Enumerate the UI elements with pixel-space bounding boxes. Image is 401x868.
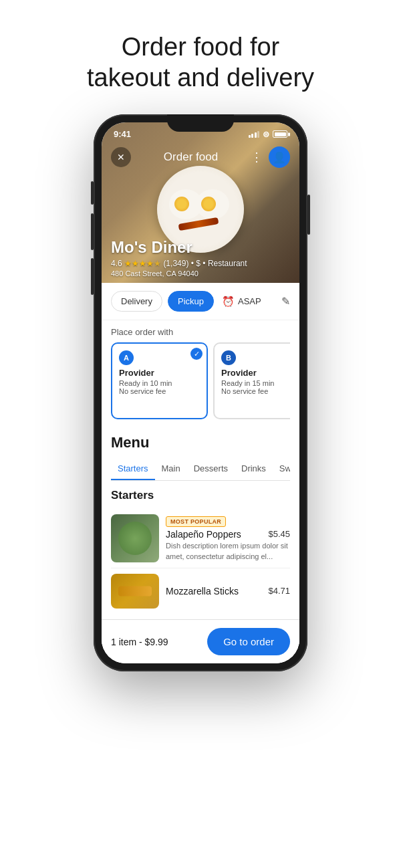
menu-tabs: Starters Main Desserts Drinks Sweets & T… [111, 458, 290, 481]
provider-card-2[interactable]: B Provider Ready in 15 min No service fe… [213, 342, 290, 419]
menu-section: Menu Starters Main Desserts Drinks Sweet… [102, 426, 299, 481]
item-details-2: Mozzarella Sticks $4.71 [166, 586, 290, 596]
category-title-starters: Starters [111, 489, 290, 502]
item-name-row-1: Jalapeño Poppers $5.45 [166, 529, 290, 540]
provider-section: Place order with ✓ A Provider Ready in 1… [102, 320, 299, 426]
top-nav: ✕ Order food ⋮ 👤 [102, 142, 299, 172]
rating-value: 4.6 [111, 259, 122, 268]
starters-section: Starters MOST POPULAR Jalapeño Poppers $… [102, 481, 299, 619]
provider-fee-1: No service fee [119, 387, 200, 395]
bottom-bar: 1 item - $9.99 Go to order [102, 619, 299, 663]
delivery-tab[interactable]: Delivery [111, 291, 162, 312]
signal-icon [249, 131, 260, 138]
status-time: 9:41 [114, 129, 131, 139]
go-to-order-button[interactable]: Go to order [207, 628, 290, 655]
phone-screen: 9:41 ⊜ [102, 122, 299, 663]
time-section: ⏰ ASAP [222, 296, 261, 308]
item-image-1 [111, 514, 159, 562]
provider-name-1: Provider [119, 368, 200, 378]
price-tier: $ [196, 259, 200, 268]
popular-badge: MOST POPULAR [166, 516, 226, 527]
restaurant-name: Mo's Diner [111, 238, 290, 257]
restaurant-category: Restaurant [208, 259, 247, 268]
provider-name-2: Provider [221, 368, 290, 378]
star-icons: ★★★★ [124, 259, 154, 268]
provider-fee-2: No service fee [221, 387, 290, 395]
item-details-1: MOST POPULAR Jalapeño Poppers $5.45 Dish… [166, 514, 290, 562]
restaurant-address: 480 Cast Street, CA 94040 [111, 269, 290, 278]
item-image-2 [111, 574, 159, 609]
dot-separator-2: • [203, 259, 208, 268]
user-avatar[interactable]: 👤 [269, 146, 290, 168]
tab-main[interactable]: Main [155, 458, 187, 480]
menu-item-2[interactable]: Mozzarella Sticks $4.71 [111, 568, 290, 611]
cart-summary: 1 item - $9.99 [111, 637, 168, 647]
close-button[interactable]: ✕ [111, 147, 131, 167]
close-icon: ✕ [117, 152, 125, 162]
status-icons: ⊜ [249, 130, 288, 139]
tab-desserts[interactable]: Desserts [187, 458, 235, 480]
order-type-bar: Delivery Pickup ⏰ ASAP ✎ [102, 283, 299, 320]
provider-check-icon: ✓ [190, 348, 203, 360]
more-options-icon[interactable]: ⋮ [251, 150, 263, 165]
avatar-icon: 👤 [273, 151, 286, 164]
provider-badge-a: A [119, 350, 134, 365]
bacon-visual [178, 217, 219, 231]
page-header: Order food fortakeout and delivery [60, 0, 341, 114]
item-price-1: $5.45 [268, 529, 290, 539]
item-description-1: Dish description lorem ipsum dolor sit a… [166, 541, 290, 562]
provider-time-2: Ready in 15 min [221, 379, 290, 387]
half-star-icon: ★ [154, 259, 161, 268]
provider-card-1[interactable]: ✓ A Provider Ready in 10 min No service … [111, 342, 208, 419]
phone-frame: 9:41 ⊜ [94, 114, 307, 671]
clock-icon: ⏰ [222, 296, 235, 308]
nav-title: Order food [164, 150, 218, 164]
menu-item-1[interactable]: MOST POPULAR Jalapeño Poppers $5.45 Dish… [111, 509, 290, 568]
provider-time-1: Ready in 10 min [119, 379, 200, 387]
item-name-2: Mozzarella Sticks [166, 586, 239, 596]
provider-section-label: Place order with [111, 327, 290, 337]
item-name-row-2: Mozzarella Sticks $4.71 [166, 586, 290, 596]
phone-mockup: 9:41 ⊜ [94, 114, 307, 671]
time-label: ASAP [238, 296, 261, 306]
item-name-1: Jalapeño Poppers [166, 529, 241, 540]
hero-image: ✕ Order food ⋮ 👤 Mo's Diner 4.6 [102, 122, 299, 283]
provider-badge-b2: B [221, 350, 236, 365]
restaurant-info: Mo's Diner 4.6 ★★★★★ (1,349) • $ • Resta… [111, 238, 290, 278]
phone-power-button [307, 195, 310, 235]
tab-starters[interactable]: Starters [111, 458, 155, 480]
review-count: (1,349) [163, 259, 188, 268]
pickup-tab[interactable]: Pickup [168, 291, 214, 312]
content-area: Delivery Pickup ⏰ ASAP ✎ Place order wit… [102, 283, 299, 663]
item-price-2: $4.71 [268, 586, 290, 596]
nav-right-actions: ⋮ 👤 [251, 146, 290, 168]
battery-icon [273, 130, 287, 138]
tab-sweets[interactable]: Sweets & Treats [273, 458, 290, 480]
restaurant-meta: 4.6 ★★★★★ (1,349) • $ • Restaurant [111, 259, 290, 268]
tab-drinks[interactable]: Drinks [235, 458, 273, 480]
edit-icon[interactable]: ✎ [281, 295, 290, 308]
menu-title: Menu [111, 434, 290, 451]
wifi-icon: ⊜ [263, 130, 269, 139]
provider-list: ✓ A Provider Ready in 10 min No service … [111, 342, 290, 419]
